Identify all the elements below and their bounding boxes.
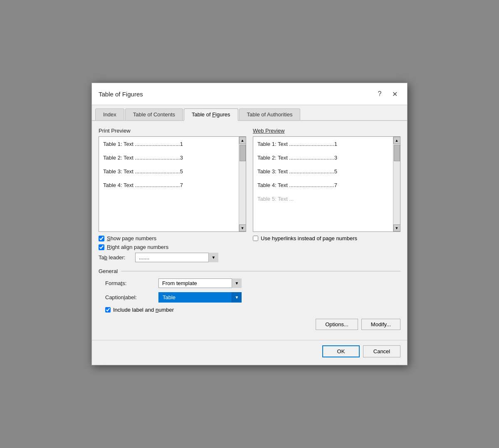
caption-dropdown-wrapper: Table Figure Equation ▼ xyxy=(158,292,242,303)
web-scrollbar-down-arrow[interactable]: ▼ xyxy=(393,224,400,231)
web-line-2: Table 2: Text ..........................… xyxy=(257,155,388,161)
print-preview-label: Print Preview xyxy=(99,128,246,134)
general-grid: Formats: From template Classic Distincti… xyxy=(105,278,400,303)
previews-row: Print Preview Table 1: Text ............… xyxy=(99,128,400,262)
dialog-title: Table of Figures xyxy=(99,91,143,98)
show-page-numbers-row: Show page numbers xyxy=(99,235,246,241)
show-page-numbers-label: Show page numbers xyxy=(107,235,156,241)
tab-leader-select[interactable]: ....... ------- _______ (none) xyxy=(135,253,218,262)
title-bar: Table of Figures ? ✕ xyxy=(92,83,407,105)
formats-select[interactable]: From template Classic Distinctive Center… xyxy=(158,278,242,288)
print-line-1: Table 1: Text ..........................… xyxy=(103,141,234,147)
print-preview-box: Table 1: Text ..........................… xyxy=(99,136,246,232)
modify-button[interactable]: Modify... xyxy=(361,319,400,330)
tabs-bar: Index Table of Contents Table of Figures… xyxy=(92,105,407,121)
tab-toc-label: Table of Contents xyxy=(133,111,175,118)
include-label-checkbox[interactable] xyxy=(105,307,111,313)
close-button[interactable]: ✕ xyxy=(389,88,400,100)
ok-button[interactable]: OK xyxy=(322,345,360,357)
tab-index-label: Index xyxy=(103,111,116,118)
web-options-row: Use hyperlinks instead of page numbers xyxy=(253,235,400,241)
right-align-checkbox[interactable] xyxy=(99,244,104,250)
web-scrollbar-up-arrow[interactable]: ▲ xyxy=(393,137,400,144)
web-preview-scrollbar[interactable]: ▲ ▼ xyxy=(393,137,400,231)
web-preview-inner: Table 1: Text ..........................… xyxy=(257,141,388,227)
tab-tof[interactable]: Table of Figures xyxy=(184,108,238,121)
tab-toa-label: Table of Authorities xyxy=(247,111,293,118)
scrollbar-down-arrow[interactable]: ▼ xyxy=(239,224,246,231)
web-line-1: Table 1: Text ..........................… xyxy=(257,141,388,147)
footer-row: OK Cancel xyxy=(92,340,407,362)
print-preview-panel: Print Preview Table 1: Text ............… xyxy=(99,128,246,262)
tab-leader-label: Tab leader: xyxy=(99,254,132,261)
options-button[interactable]: Options... xyxy=(316,319,358,330)
title-buttons: ? ✕ xyxy=(374,88,400,100)
formats-label: Formats: xyxy=(105,278,155,288)
print-preview-inner: Table 1: Text ..........................… xyxy=(103,141,234,227)
web-line-5: Table 5: Text ... xyxy=(257,196,388,202)
print-preview-scrollbar[interactable]: ▲ ▼ xyxy=(239,137,246,231)
caption-label-label: Caption label: xyxy=(105,292,155,303)
print-line-3: Table 3: Text ..........................… xyxy=(103,168,234,175)
web-scrollbar-thumb[interactable] xyxy=(394,145,400,161)
scrollbar-up-arrow[interactable]: ▲ xyxy=(239,137,246,144)
action-buttons: Options... Modify... xyxy=(99,319,400,330)
formats-dropdown-wrapper: From template Classic Distinctive Center… xyxy=(158,278,242,288)
print-line-4: Table 4: Text ..........................… xyxy=(103,182,234,188)
dialog-body: Print Preview Table 1: Text ............… xyxy=(92,121,407,337)
tab-toc[interactable]: Table of Contents xyxy=(125,108,183,120)
hyperlinks-label: Use hyperlinks instead of page numbers xyxy=(261,235,357,241)
tab-toa[interactable]: Table of Authorities xyxy=(239,108,301,120)
web-preview-label: Web Preview xyxy=(253,128,400,134)
web-preview-box: Table 1: Text ..........................… xyxy=(253,136,400,232)
show-page-numbers-checkbox[interactable] xyxy=(99,236,104,241)
web-line-3: Table 3: Text ..........................… xyxy=(257,168,388,175)
print-line-2: Table 2: Text ..........................… xyxy=(103,155,234,161)
right-align-row: Right align page numbers xyxy=(99,244,246,250)
web-preview-panel: Web Preview Table 1: Text ..............… xyxy=(253,128,400,262)
caption-dropdown-wrapper-cell: Table Figure Equation ▼ xyxy=(158,292,400,303)
hyperlinks-checkbox[interactable] xyxy=(253,236,258,241)
table-of-figures-dialog: Table of Figures ? ✕ Index Table of Cont… xyxy=(91,83,408,365)
right-align-label: Right align page numbers xyxy=(107,244,168,250)
scrollbar-thumb[interactable] xyxy=(240,145,246,161)
include-label-row: Include label and number xyxy=(105,307,400,313)
cancel-button[interactable]: Cancel xyxy=(363,345,400,357)
help-button[interactable]: ? xyxy=(374,88,385,100)
tab-leader-row: Tab leader: ....... ------- _______ (non… xyxy=(99,253,246,262)
include-label-text: Include label and number xyxy=(113,307,174,313)
general-section-title: General xyxy=(99,268,118,274)
tab-tof-label: Table of Figures xyxy=(192,111,230,118)
web-line-4: Table 4: Text ..........................… xyxy=(257,182,388,188)
tab-index[interactable]: Index xyxy=(95,108,124,120)
tab-leader-dropdown-wrapper: ....... ------- _______ (none) ▼ xyxy=(135,253,218,262)
formats-dropdown-wrapper-cell: From template Classic Distinctive Center… xyxy=(158,278,400,288)
caption-label-select[interactable]: Table Figure Equation xyxy=(158,292,242,303)
